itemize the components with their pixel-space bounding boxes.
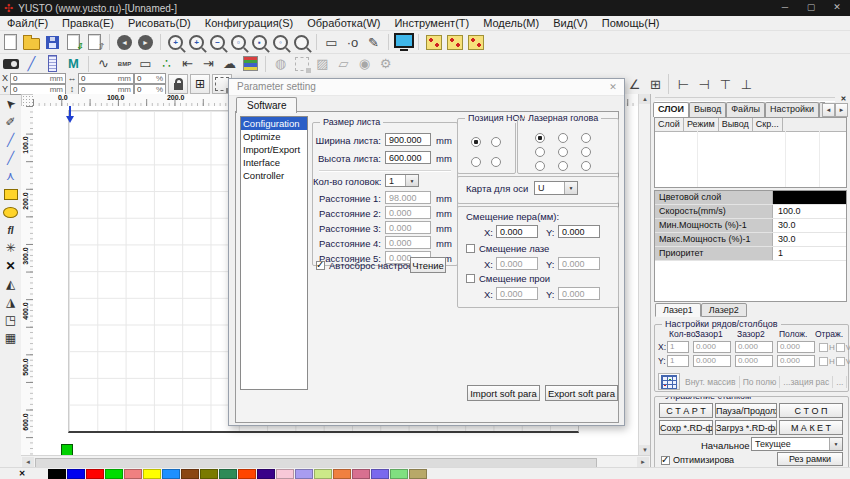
- distance-input[interactable]: 98.000: [385, 191, 431, 204]
- import-file-icon[interactable]: ⇩: [63, 32, 84, 52]
- color-swatch[interactable]: [124, 469, 142, 479]
- scale-input[interactable]: 0%: [134, 73, 166, 84]
- laser-head-radio[interactable]: [581, 133, 591, 143]
- mirror-v-tool-icon[interactable]: ◮: [1, 293, 20, 311]
- align-left-icon[interactable]: ⊢: [673, 74, 694, 94]
- head-count-select[interactable]: 1▼: [385, 174, 419, 187]
- start-button[interactable]: С Т А Р Т: [659, 403, 713, 418]
- text-tool-icon[interactable]: fI: [1, 221, 20, 239]
- new-file-icon[interactable]: [0, 32, 21, 52]
- bmp-icon[interactable]: BMP: [114, 55, 135, 73]
- count-input[interactable]: 1: [667, 341, 689, 353]
- menu-item[interactable]: Конфигурация(S): [198, 17, 300, 29]
- settings-category-item[interactable]: Configuration: [241, 117, 307, 130]
- settings-category-item[interactable]: Optimize: [241, 130, 307, 143]
- cloud-mark-icon[interactable]: ☁: [219, 55, 240, 73]
- save-file-icon[interactable]: [42, 32, 63, 52]
- minimize-button[interactable]: ─: [772, 0, 798, 16]
- color-swatch[interactable]: [200, 469, 218, 479]
- process-offset-y-input[interactable]: 0.000: [558, 287, 600, 300]
- distance-input[interactable]: 0.000: [385, 221, 431, 234]
- gap2-input[interactable]: 0.000: [735, 341, 773, 353]
- color-swatch[interactable]: [257, 469, 275, 479]
- color-swatch[interactable]: [105, 469, 123, 479]
- zoom-in-icon[interactable]: +: [186, 32, 207, 52]
- save-rd-file-button[interactable]: Сохр *.RD-файл: [659, 420, 713, 435]
- pick-point-icon[interactable]: ·o: [342, 32, 363, 52]
- menu-item[interactable]: Рисовать(D): [121, 17, 198, 29]
- color-swatch[interactable]: [86, 469, 104, 479]
- array-copy2-icon[interactable]: [444, 32, 465, 52]
- position-input[interactable]: 0mm: [10, 73, 66, 84]
- laser-head-radio[interactable]: [535, 133, 545, 143]
- color-swatch[interactable]: [276, 469, 294, 479]
- laser-head-radio[interactable]: [558, 133, 568, 143]
- color-swatch[interactable]: [181, 469, 199, 479]
- array-grid-button[interactable]: [658, 373, 680, 390]
- scale-input[interactable]: 0%: [134, 84, 166, 95]
- gap1-input[interactable]: 0.000: [693, 355, 731, 367]
- line-tool-icon[interactable]: ╱: [1, 131, 20, 149]
- settings-category-item[interactable]: Controller: [241, 169, 307, 182]
- color-swatch[interactable]: [48, 469, 66, 479]
- close-button[interactable]: ✕: [824, 0, 850, 16]
- cut-frame-button[interactable]: Рез рамки: [777, 452, 843, 466]
- zoom-page-icon[interactable]: ◦: [270, 32, 291, 52]
- menu-item[interactable]: Инструмент(T): [387, 17, 476, 29]
- zoom-select-icon[interactable]: +: [165, 32, 186, 52]
- pause-resume-button[interactable]: Пауза/Продолж.: [715, 403, 777, 418]
- export-file-icon[interactable]: ⇧: [84, 32, 105, 52]
- origin-select[interactable]: Текущее▼: [751, 437, 843, 451]
- scroll-left-icon[interactable]: ◄: [22, 457, 34, 467]
- measure-line-icon[interactable]: ╱: [21, 55, 42, 73]
- laser-offset-x-input[interactable]: 0.000: [496, 257, 538, 270]
- settings-category-item[interactable]: Import/Export: [241, 143, 307, 156]
- size-input[interactable]: 0mm: [78, 84, 134, 95]
- menu-item[interactable]: Обработка(W): [300, 17, 387, 29]
- panel-tab[interactable]: СЛОИ: [653, 102, 689, 117]
- sheet-width-input[interactable]: 900.000: [385, 133, 431, 146]
- sheet-height-input[interactable]: 600.000: [385, 151, 431, 164]
- laser-head-radio[interactable]: [558, 161, 568, 171]
- color-swatch[interactable]: [219, 469, 237, 479]
- laser-tab[interactable]: Лазер1: [655, 303, 701, 317]
- delete-tool-icon[interactable]: ✕: [1, 257, 20, 275]
- dither-tool-icon[interactable]: ▦: [1, 329, 20, 347]
- color-swatch[interactable]: [333, 469, 351, 479]
- stop-button[interactable]: С Т О П: [779, 403, 843, 418]
- mirror-h-tool-icon[interactable]: ◭: [1, 275, 20, 293]
- array-copy3-icon[interactable]: [465, 32, 486, 52]
- zoom-out-icon[interactable]: −: [207, 32, 228, 52]
- import-soft-para-button[interactable]: Import soft para: [467, 385, 540, 401]
- tab-software[interactable]: Software: [236, 97, 297, 113]
- align-top-icon[interactable]: ⊤: [715, 74, 736, 94]
- rect-icon[interactable]: ▭: [135, 55, 156, 73]
- color-swatch[interactable]: [67, 469, 85, 479]
- space-v-icon[interactable]: ⇥: [198, 55, 219, 73]
- pos-input[interactable]: 0.000: [777, 341, 815, 353]
- menu-item[interactable]: Помощь(H): [595, 17, 667, 29]
- read-button[interactable]: Чтение: [410, 257, 446, 273]
- material-icon[interactable]: M: [63, 55, 84, 73]
- home-position-radio[interactable]: [491, 157, 501, 167]
- undo-icon[interactable]: ◄: [114, 32, 135, 52]
- load-rd-file-button[interactable]: Загруз *.RD-файл: [715, 420, 777, 435]
- axis-map-select[interactable]: U▼: [534, 181, 578, 195]
- curve-tool-icon[interactable]: ⋏: [1, 167, 20, 185]
- redo-icon[interactable]: ►: [135, 32, 156, 52]
- process-offset-x-input[interactable]: 0.000: [496, 287, 538, 300]
- color-swatch[interactable]: [409, 469, 427, 479]
- color-swatch[interactable]: [162, 469, 180, 479]
- space-h-icon[interactable]: ⇤: [177, 55, 198, 73]
- gap2-input[interactable]: 0.000: [735, 355, 773, 367]
- pen-offset-y-input[interactable]: 0.000: [558, 225, 600, 238]
- home-position-radio[interactable]: [471, 137, 481, 147]
- export-soft-para-button[interactable]: Export soft para: [545, 385, 618, 401]
- open-file-icon[interactable]: [21, 32, 42, 52]
- laser-head-icon[interactable]: [0, 55, 21, 73]
- maket-button[interactable]: М А К Е Т: [779, 420, 843, 435]
- mirror-h-checkbox[interactable]: [819, 343, 828, 352]
- position-input[interactable]: 0mm: [10, 84, 66, 95]
- laser-offset-y-input[interactable]: 0.000: [558, 257, 600, 270]
- laser-head-radio[interactable]: [581, 161, 591, 171]
